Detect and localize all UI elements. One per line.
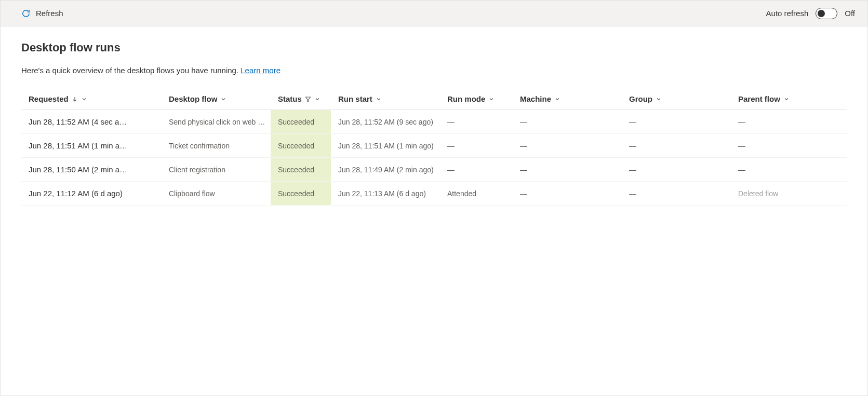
- cell-machine-value: —: [520, 166, 527, 174]
- column-header-parent-flow[interactable]: Parent flow: [731, 88, 847, 110]
- cell-run-start: Jun 22, 11:13 AM (6 d ago): [331, 182, 440, 206]
- table-row[interactable]: Jun 28, 11:50 AM (2 min a…Client registr…: [21, 158, 847, 182]
- cell-run-mode-value: —: [447, 166, 455, 174]
- cell-run-start: Jun 28, 11:51 AM (1 min ago): [331, 134, 440, 158]
- chevron-down-icon: [554, 96, 560, 102]
- column-header-run-start[interactable]: Run start: [331, 88, 440, 110]
- cell-machine-value: —: [520, 189, 527, 198]
- cell-run-start-value: Jun 28, 11:49 AM (2 min ago): [338, 166, 434, 174]
- page-title: Desktop flow runs: [21, 41, 847, 54]
- cell-requested-value: Jun 28, 11:52 AM (4 sec a…: [29, 117, 127, 126]
- column-header-requested[interactable]: Requested: [21, 88, 162, 110]
- cell-group: —: [622, 182, 731, 206]
- cell-run-start-value: Jun 28, 11:52 AM (9 sec ago): [338, 118, 433, 126]
- cell-desktop-flow: Client registration: [162, 158, 271, 182]
- chevron-down-icon: [220, 96, 226, 102]
- cell-parent-flow-value: Deleted flow: [738, 189, 778, 198]
- cell-desktop-flow-value: Client registration: [169, 166, 225, 174]
- cell-run-mode: —: [440, 134, 513, 158]
- table-header-row: Requested Desktop flow: [21, 88, 847, 110]
- header-label: Status: [278, 94, 302, 103]
- cell-desktop-flow-value: Send physical click on web e…: [169, 118, 269, 126]
- table-row[interactable]: Jun 22, 11:12 AM (6 d ago)Clipboard flow…: [21, 182, 847, 206]
- cell-desktop-flow: Ticket confirmation: [162, 134, 271, 158]
- chevron-down-icon: [376, 96, 382, 102]
- cell-group-value: —: [629, 166, 636, 174]
- refresh-label: Refresh: [36, 9, 63, 18]
- cell-status: Succeeded: [271, 134, 331, 158]
- cell-status: Succeeded: [271, 182, 331, 206]
- cell-parent-flow: —: [731, 158, 847, 182]
- header-label: Desktop flow: [169, 94, 217, 103]
- cell-group-value: —: [629, 142, 636, 150]
- auto-refresh-group: Auto refresh Off: [766, 8, 855, 19]
- cell-desktop-flow: Clipboard flow: [162, 182, 271, 206]
- header-label: Machine: [520, 94, 551, 103]
- header-label: Run start: [338, 94, 372, 103]
- cell-run-start-value: Jun 28, 11:51 AM (1 min ago): [338, 142, 434, 150]
- cell-run-mode-value: Attended: [447, 189, 476, 198]
- column-header-machine[interactable]: Machine: [513, 88, 622, 110]
- cell-status-value: Succeeded: [278, 142, 314, 150]
- subtitle-text: Here's a quick overview of the desktop f…: [21, 66, 241, 75]
- cell-requested: Jun 28, 11:50 AM (2 min a…: [21, 158, 162, 182]
- cell-desktop-flow-value: Clipboard flow: [169, 189, 215, 198]
- filter-icon: [305, 96, 311, 102]
- cell-group-value: —: [629, 189, 636, 198]
- header-label: Group: [629, 94, 652, 103]
- table-row[interactable]: Jun 28, 11:52 AM (4 sec a…Send physical …: [21, 110, 847, 134]
- cell-machine: —: [513, 158, 622, 182]
- header-label: Requested: [29, 94, 69, 103]
- refresh-button[interactable]: Refresh: [21, 9, 63, 18]
- cell-requested-value: Jun 28, 11:50 AM (2 min a…: [29, 165, 127, 174]
- cell-machine-value: —: [520, 142, 527, 150]
- cell-status-value: Succeeded: [278, 166, 314, 174]
- column-header-status[interactable]: Status: [271, 88, 331, 110]
- refresh-icon: [21, 9, 31, 18]
- cell-machine: —: [513, 110, 622, 134]
- cell-parent-flow: —: [731, 134, 847, 158]
- header-label: Parent flow: [738, 94, 780, 103]
- toolbar: Refresh Auto refresh Off: [1, 1, 867, 26]
- cell-group: —: [622, 158, 731, 182]
- chevron-down-icon: [314, 96, 321, 102]
- cell-desktop-flow-value: Ticket confirmation: [169, 142, 230, 150]
- cell-parent-flow: —: [731, 110, 847, 134]
- cell-requested: Jun 22, 11:12 AM (6 d ago): [21, 182, 162, 206]
- content-area: Desktop flow runs Here's a quick overvie…: [1, 26, 867, 220]
- cell-status-value: Succeeded: [278, 189, 314, 198]
- table-body: Jun 28, 11:52 AM (4 sec a…Send physical …: [21, 110, 847, 206]
- cell-desktop-flow: Send physical click on web e…: [162, 110, 271, 134]
- cell-requested-value: Jun 22, 11:12 AM (6 d ago): [29, 189, 123, 198]
- cell-status: Succeeded: [271, 110, 331, 134]
- cell-run-start-value: Jun 22, 11:13 AM (6 d ago): [338, 189, 426, 198]
- chevron-down-icon: [783, 96, 790, 102]
- cell-parent-flow-value: —: [738, 166, 745, 174]
- cell-run-mode: Attended: [440, 182, 513, 206]
- cell-requested: Jun 28, 11:52 AM (4 sec a…: [21, 110, 162, 134]
- cell-machine: —: [513, 134, 622, 158]
- cell-run-start: Jun 28, 11:49 AM (2 min ago): [331, 158, 440, 182]
- runs-table: Requested Desktop flow: [21, 88, 847, 206]
- cell-status-value: Succeeded: [278, 118, 314, 126]
- chevron-down-icon: [656, 96, 662, 102]
- cell-run-start: Jun 28, 11:52 AM (9 sec ago): [331, 110, 440, 134]
- cell-group-value: —: [629, 118, 636, 126]
- column-header-group[interactable]: Group: [622, 88, 731, 110]
- cell-run-mode: —: [440, 158, 513, 182]
- cell-parent-flow-value: —: [738, 118, 745, 126]
- cell-requested-value: Jun 28, 11:51 AM (1 min a…: [29, 141, 127, 150]
- table-row[interactable]: Jun 28, 11:51 AM (1 min a…Ticket confirm…: [21, 134, 847, 158]
- column-header-desktop-flow[interactable]: Desktop flow: [162, 88, 271, 110]
- toggle-knob: [818, 10, 825, 17]
- cell-group: —: [622, 110, 731, 134]
- learn-more-link[interactable]: Learn more: [241, 66, 281, 75]
- cell-machine: —: [513, 182, 622, 206]
- column-header-run-mode[interactable]: Run mode: [440, 88, 513, 110]
- cell-requested: Jun 28, 11:51 AM (1 min a…: [21, 134, 162, 158]
- cell-run-mode-value: —: [447, 142, 455, 150]
- chevron-down-icon: [488, 96, 495, 102]
- cell-parent-flow: Deleted flow: [731, 182, 847, 206]
- auto-refresh-toggle[interactable]: [816, 8, 837, 19]
- cell-run-mode: —: [440, 110, 513, 134]
